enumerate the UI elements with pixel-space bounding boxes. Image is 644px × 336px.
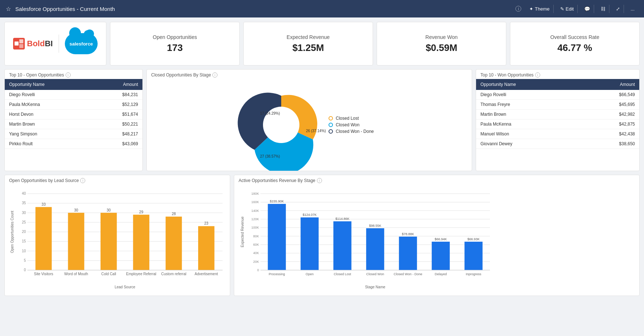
svg-text:Processing: Processing (269, 272, 285, 276)
won-name: Diego Rovelli (476, 90, 581, 100)
more-icon: ... (631, 6, 635, 12)
open-opps-kpi: Open Opportunities 173 (110, 22, 240, 66)
share-button[interactable]: ⛓ (597, 5, 609, 13)
svg-text:40K: 40K (253, 251, 259, 255)
won-name: Martin Brown (476, 110, 581, 119)
svg-text:Open Opportunities Count: Open Opportunities Count (10, 211, 14, 253)
theme-button[interactable]: ✦ Theme (526, 5, 553, 13)
donut-info-icon[interactable]: i (212, 72, 217, 78)
success-rate-kpi: Overall Success Rate 46.77 % (510, 22, 640, 66)
won-opps-table-scroll[interactable]: Opportunity Name Amount Diego Rovelli$66… (476, 79, 639, 171)
legend-item: Closed Won - Done (329, 129, 374, 134)
svg-text:$98.55K: $98.55K (369, 224, 381, 228)
table-row: Martin Brown$42,982 (476, 110, 639, 119)
open-opps-table: Opportunity Name Amount Diego Rovelli$84… (5, 79, 142, 149)
table-row: Horst Devon$51,674 (5, 110, 142, 119)
bar[interactable] (68, 213, 85, 270)
bar[interactable] (464, 242, 483, 270)
opp-name: Martin Brown (5, 119, 93, 129)
divider (59, 35, 59, 53)
bar[interactable] (166, 217, 182, 270)
bar[interactable] (399, 237, 417, 270)
legend-dot (329, 116, 333, 120)
svg-text:0: 0 (257, 268, 259, 272)
bar[interactable] (366, 228, 384, 270)
table-row: Diego Rovelli$84,231 (5, 90, 142, 100)
donut-title: Closed Opportunities By Stage i (147, 70, 472, 79)
svg-text:120K: 120K (251, 217, 259, 221)
svg-text:25: 25 (22, 220, 26, 224)
svg-text:$155.90K: $155.90K (270, 199, 284, 203)
won-name: Thomas Freyre (476, 100, 581, 110)
opp-name: Pirkko Roult (5, 139, 93, 149)
revenue-won-value: $0.59M (426, 42, 458, 54)
bar-left-info-icon[interactable]: i (80, 178, 85, 183)
bar-left-panel: Open Opportunities by Lead Source i 0510… (4, 175, 230, 296)
svg-rect-0 (15, 41, 19, 46)
more-button[interactable]: ... (627, 5, 638, 13)
svg-text:Lead Source: Lead Source (115, 285, 136, 289)
won-amount: $42,875 (581, 119, 639, 129)
open-opps-title: Top 10 - Open Opportunities i (5, 70, 142, 79)
legend-label: Closed Won (336, 122, 360, 127)
mid-row: Top 10 - Open Opportunities i Opportunit… (4, 69, 640, 171)
open-opps-table-scroll[interactable]: Opportunity Name Amount Diego Rovelli$84… (5, 79, 142, 171)
svg-text:$114.86K: $114.86K (335, 217, 350, 221)
open-opps-col1: Opportunity Name (5, 79, 93, 90)
bar-left-chart: 0510152025303540Open Opportunities Count… (9, 185, 226, 290)
svg-text:29: 29 (139, 210, 144, 214)
won-amount: $38,650 (581, 139, 639, 149)
bar[interactable] (35, 207, 52, 270)
bar-right-info-icon[interactable]: i (317, 178, 322, 183)
expand-button[interactable]: ⤢ (612, 5, 624, 13)
boldbi-icon (13, 38, 25, 50)
won-opps-info-icon[interactable]: i (535, 72, 540, 78)
bar[interactable] (133, 215, 149, 270)
won-opps-tbody: Diego Rovelli$66,549Thomas Freyre$45,695… (476, 90, 639, 149)
table-row: Pirkko Roult$43,069 (5, 139, 142, 149)
svg-text:140K: 140K (251, 209, 259, 213)
revenue-won-kpi: Revenue Won $0.59M (377, 22, 506, 66)
svg-text:Word of Mouth: Word of Mouth (64, 272, 88, 276)
revenue-won-label: Revenue Won (425, 34, 458, 40)
expected-revenue-value: $1.25M (292, 42, 324, 54)
boldbi-text: BoldBI (27, 39, 53, 48)
won-opps-panel: Top 10 - Won Opportunities i Opportunity… (476, 69, 640, 171)
won-opps-title: Top 10 - Won Opportunities i (476, 70, 639, 79)
success-rate-label: Overall Success Rate (550, 34, 600, 40)
edit-button[interactable]: ✎ Edit (557, 5, 578, 13)
theme-icon: ✦ (529, 6, 533, 12)
bar[interactable] (101, 213, 117, 270)
kpi-row: BoldBI salesforce Open Opportunities 173… (4, 22, 640, 66)
svg-rect-2 (19, 44, 23, 48)
open-opps-value: 173 (167, 42, 182, 54)
svg-text:$124.07K: $124.07K (303, 213, 317, 217)
svg-text:$78.88K: $78.88K (402, 232, 414, 236)
svg-text:180K: 180K (251, 192, 259, 195)
svg-text:23: 23 (204, 221, 209, 225)
bar[interactable] (268, 204, 286, 270)
bar-right-title: Active Opportunities Revenue By Stage i (239, 178, 635, 185)
svg-text:100K: 100K (251, 226, 259, 229)
svg-text:15: 15 (22, 239, 26, 243)
svg-text:Site Visitors: Site Visitors (34, 272, 53, 276)
open-opps-info-icon[interactable]: i (66, 72, 71, 78)
won-amount: $45,695 (581, 100, 639, 110)
share-icon: ⛓ (601, 6, 605, 12)
bar[interactable] (301, 217, 319, 270)
won-amount: $42,438 (581, 129, 639, 139)
svg-text:35: 35 (22, 201, 26, 205)
bar[interactable] (333, 221, 352, 270)
comment-button[interactable]: 💬 (581, 5, 594, 13)
table-row: Yang Simpson$48,217 (5, 129, 142, 139)
open-opps-label: Open Opportunities (153, 34, 197, 40)
table-row: Diego Rovelli$66,549 (476, 90, 639, 100)
star-icon[interactable]: ☆ (6, 5, 11, 12)
bar[interactable] (432, 242, 450, 270)
expected-revenue-kpi: Expected Revenue $1.25M (243, 22, 373, 66)
dashboard: BoldBI salesforce Open Opportunities 173… (0, 17, 644, 300)
bar-right-panel: Active Opportunities Revenue By Stage i … (234, 175, 640, 296)
svg-text:26 (37.14%): 26 (37.14%) (306, 129, 326, 133)
svg-text:Closed Won: Closed Won (366, 272, 384, 276)
bar[interactable] (198, 226, 215, 270)
